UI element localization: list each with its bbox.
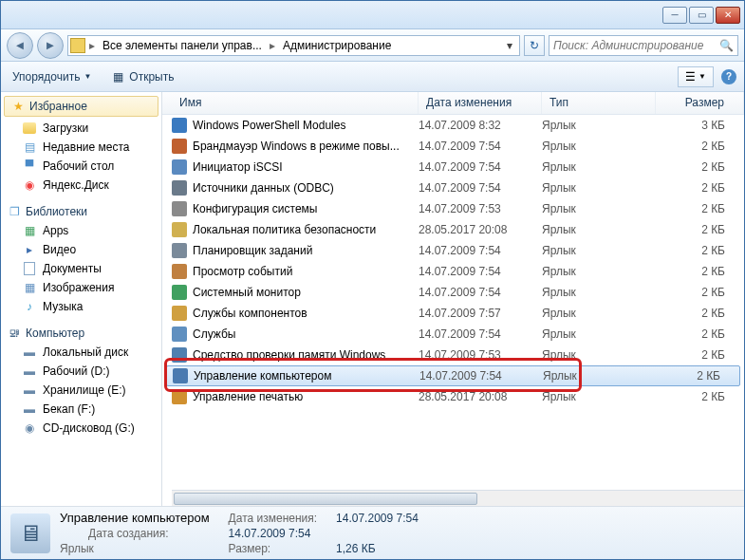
file-type: Ярлык [542,390,656,403]
search-box[interactable]: 🔍 [549,35,738,56]
details-size-value: 1,26 КБ [336,542,419,555]
file-row[interactable]: Просмотр событий14.07.2009 7:54Ярлык2 КБ [162,261,744,282]
sidebar-item[interactable]: ▬Бекап (F:) [1,400,161,419]
file-type: Ярлык [542,307,656,320]
sidebar-item[interactable]: ▸Видео [1,240,161,259]
column-type[interactable]: Тип [542,92,656,114]
file-row[interactable]: Источники данных (ODBC)14.07.2009 7:54Яр… [162,177,744,198]
sidebar-item[interactable]: ▀Рабочий стол [1,157,161,176]
sidebar-libraries-header[interactable]: ❐ Библиотеки [1,202,161,221]
sidebar-item[interactable]: ▬Хранилище (E:) [1,381,161,400]
file-type: Ярлык [542,223,656,236]
item-icon: ▀ [22,159,37,174]
file-name: Источники данных (ODBC) [193,181,334,195]
breadcrumb-segment[interactable]: Администрирование [279,39,395,52]
open-icon: ▦ [110,69,125,84]
search-input[interactable] [553,39,716,52]
item-icon: ▬ [22,383,37,398]
file-row[interactable]: Службы14.07.2009 7:54Ярлык2 КБ [162,324,744,345]
column-date[interactable]: Дата изменения [419,92,542,114]
sidebar-item[interactable]: ▬Локальный диск [1,343,161,362]
minimize-button[interactable]: ─ [662,7,687,24]
sidebar-item[interactable]: ◉CD-дисковод (G:) [1,419,161,438]
file-icon [172,347,187,363]
file-row[interactable]: Планировщик заданий14.07.2009 7:54Ярлык2… [162,240,744,261]
help-button[interactable]: ? [721,69,736,84]
sidebar-item-label: Документы [43,262,102,275]
view-options-button[interactable]: ☰▼ [678,66,714,87]
file-type: Ярлык [542,286,656,299]
file-row[interactable]: Конфигурация системы14.07.2009 7:53Ярлык… [162,198,744,219]
file-row[interactable]: Управление компьютером14.07.2009 7:54Ярл… [166,365,740,386]
file-date: 28.05.2017 20:08 [419,390,542,403]
sidebar-computer-header[interactable]: 🖳 Компьютер [1,324,161,343]
open-label: Открыть [129,70,174,84]
refresh-button[interactable]: ↻ [524,35,545,56]
sidebar-item[interactable]: Загрузки [1,119,161,138]
file-icon [172,139,187,154]
file-date: 14.07.2009 7:54 [419,140,542,153]
breadcrumb-segment[interactable]: Все элементы панели управ... [99,39,266,52]
sidebar-item-label: Рабочий стол [43,159,114,173]
file-row[interactable]: Системный монитор14.07.2009 7:54Ярлык2 К… [162,282,744,303]
sidebar-item-label: Рабочий (D:) [43,364,110,378]
chevron-right-icon: ▸ [89,39,95,52]
toolbar: Упорядочить ▼ ▦ Открыть ☰▼ ? [1,62,744,92]
details-type: Ярлык [60,542,210,555]
sidebar-item[interactable]: ▬Рабочий (D:) [1,362,161,381]
close-button[interactable]: ✕ [716,7,740,24]
explorer-window: ─ ▭ ✕ ◄ ► ▸ Все элементы панели управ...… [0,0,745,560]
file-icon [172,285,187,300]
file-type: Ярлык [542,348,656,362]
sidebar-item-label: CD-дисковод (G:) [43,421,135,435]
file-icon [172,159,187,175]
sidebar-item-label: Изображения [43,281,114,294]
file-row[interactable]: Средство проверки памяти Windows14.07.20… [162,345,744,365]
file-name: Управление печатью [193,390,303,403]
sidebar-item-label: Видео [43,243,76,256]
libraries-icon: ❐ [7,204,22,219]
sidebar-favorites-header[interactable]: ★ Избранное [4,96,158,117]
organize-button[interactable]: Упорядочить ▼ [9,68,95,85]
file-icon [173,368,188,383]
computer-icon: 🖳 [7,326,22,341]
sidebar-item[interactable]: ◉Яндекс.Диск [1,176,161,195]
sidebar-item[interactable]: ▦Изображения [1,278,161,297]
sidebar-item-label: Локальный диск [43,345,128,359]
file-row[interactable]: Брандмауэр Windows в режиме повы...14.07… [162,136,744,157]
sidebar-item[interactable]: ▤Недавние места [1,138,161,157]
open-button[interactable]: ▦ Открыть [106,67,177,86]
organize-label: Упорядочить [12,70,80,84]
file-date: 14.07.2009 7:57 [419,307,542,320]
address-dropdown[interactable]: ▾ [502,39,517,52]
forward-button[interactable]: ► [37,32,64,59]
back-button[interactable]: ◄ [7,32,33,59]
horizontal-scrollbar[interactable] [172,490,744,506]
file-type: Ярлык [543,369,657,383]
file-row[interactable]: Инициатор iSCSI14.07.2009 7:54Ярлык2 КБ [162,157,744,177]
scrollbar-thumb[interactable] [174,493,477,505]
address-bar[interactable]: ▸ Все элементы панели управ... ▸ Админис… [67,35,520,56]
file-row[interactable]: Управление печатью28.05.2017 20:08Ярлык2… [162,386,744,407]
column-size[interactable]: Размер [656,92,744,114]
item-icon: ▦ [22,223,37,238]
file-name: Локальная политика безопасности [193,223,376,236]
file-row[interactable]: Локальная политика безопасности28.05.201… [162,219,744,240]
file-date: 14.07.2009 8:32 [419,119,542,132]
file-type: Ярлык [542,160,656,174]
file-name: Брандмауэр Windows в режиме повы... [193,140,400,153]
file-icon [172,180,187,196]
file-name: Службы [193,327,235,341]
file-type: Ярлык [542,327,656,341]
sidebar-item[interactable]: ▦Apps [1,221,161,240]
sidebar-item[interactable]: ♪Музыка [1,297,161,316]
file-type: Ярлык [542,140,656,153]
file-row[interactable]: Службы компонентов14.07.2009 7:57Ярлык2 … [162,303,744,324]
sidebar-item[interactable]: Документы [1,259,161,278]
details-mod-label: Дата изменения: [229,512,318,525]
file-size: 2 КБ [656,140,744,153]
file-type: Ярлык [542,244,656,257]
file-row[interactable]: Windows PowerShell Modules14.07.2009 8:3… [162,115,744,136]
column-name[interactable]: Имя [172,92,419,114]
maximize-button[interactable]: ▭ [689,7,714,24]
